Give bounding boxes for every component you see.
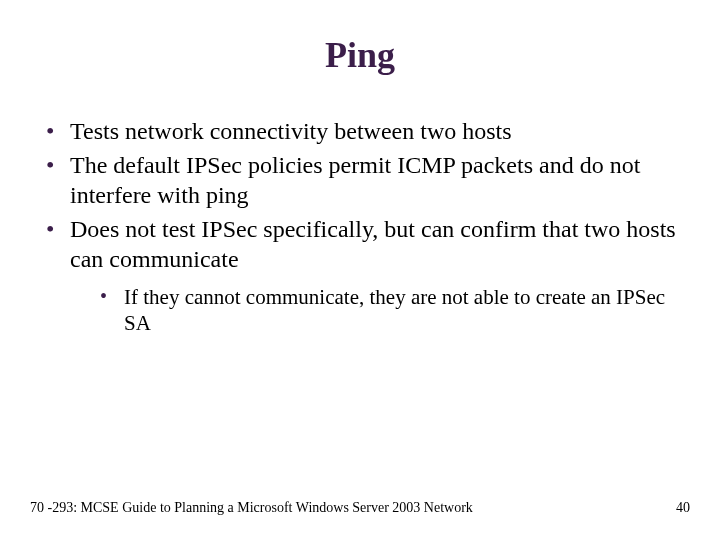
- bullet-text: The default IPSec policies permit ICMP p…: [70, 152, 640, 208]
- bullet-text: Tests network connectivity between two h…: [70, 118, 512, 144]
- page-title: Ping: [40, 34, 680, 76]
- footer-left: 70 -293: MCSE Guide to Planning a Micros…: [30, 500, 473, 516]
- footer-page-number: 40: [676, 500, 690, 516]
- sub-bullet-list: If they cannot communicate, they are not…: [70, 284, 680, 337]
- list-item: If they cannot communicate, they are not…: [94, 284, 680, 337]
- list-item: The default IPSec policies permit ICMP p…: [40, 150, 680, 210]
- content: Tests network connectivity between two h…: [40, 116, 680, 337]
- list-item: Does not test IPSec specifically, but ca…: [40, 214, 680, 337]
- footer: 70 -293: MCSE Guide to Planning a Micros…: [30, 500, 690, 516]
- list-item: Tests network connectivity between two h…: [40, 116, 680, 146]
- bullet-text: Does not test IPSec specifically, but ca…: [70, 216, 676, 272]
- slide: Ping Tests network connectivity between …: [0, 0, 720, 540]
- bullet-list: Tests network connectivity between two h…: [40, 116, 680, 337]
- bullet-text: If they cannot communicate, they are not…: [124, 285, 665, 335]
